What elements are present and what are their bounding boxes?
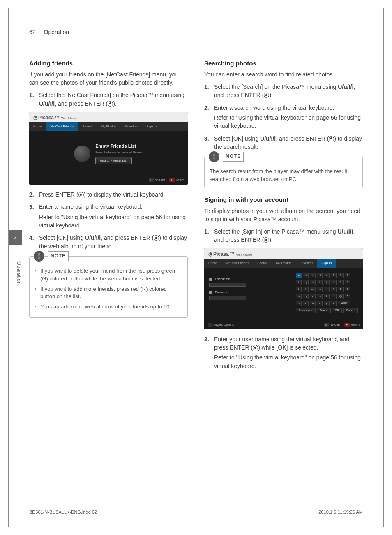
empty-list-subtitle: Press the below button to add friends — [95, 151, 143, 155]
password-input — [209, 296, 246, 300]
nav-symbols: U/u/I/i — [39, 100, 55, 107]
enter-icon — [253, 345, 258, 350]
right-column: Searching photos You can enter a search … — [204, 59, 363, 374]
nav-symbols: U/u/I/i — [337, 228, 353, 235]
searching-intro: You can enter a search word to find rela… — [204, 70, 363, 79]
note-box-search: ! NOTE The search result from the player… — [204, 157, 363, 188]
nav-symbols: U/u/I/i — [260, 135, 276, 142]
footer-timestamp: 2010.1.6 11:19:26 AM — [318, 510, 363, 514]
signin-step-2-sub: Refer to "Using the virtual keyboard" on… — [214, 353, 363, 370]
page-number: 62 — [29, 29, 36, 35]
note-icon: ! — [34, 251, 44, 262]
heading-searching-photos: Searching photos — [204, 59, 363, 68]
password-label: Password — [215, 290, 229, 295]
header-section: Operation — [44, 29, 69, 35]
adding-friends-intro: If you add your friends on the [NetCast … — [29, 70, 188, 87]
note-item-3: You can add more web albums of your frie… — [35, 303, 182, 311]
picasa-tabs: Home NetCast Friends Search My Photos Fa… — [204, 259, 363, 268]
nav-symbols: U/u/I/i — [338, 83, 353, 90]
note-search-text: The search result from the player may di… — [210, 168, 347, 182]
left-column: Adding friends If you add your friends o… — [29, 59, 188, 374]
footer-filename: BD561-N-BUSALLK-ENG.indd 62 — [29, 510, 97, 514]
search-step-1: 1. Select the [Search] on the Picasa™ me… — [204, 83, 363, 100]
nav-symbols: U/u/I/i — [85, 234, 101, 241]
adding-step-2: 2. Press ENTER () to display the virtual… — [29, 190, 188, 199]
signin-intro: To display photos in your web album on t… — [204, 207, 363, 224]
picasa-logo: ◔Picasa™Web Albums — [208, 251, 252, 258]
screenshot-signin: ◔Picasa™Web Albums Home NetCast Friends … — [204, 248, 363, 329]
username-input — [209, 283, 246, 287]
signin-step-2: 2. Enter your user name using the virtua… — [204, 335, 363, 370]
enter-icon — [78, 192, 84, 197]
enter-icon — [264, 237, 269, 243]
username-label: Username — [215, 277, 230, 282]
placeholder-avatar-icon — [74, 146, 90, 162]
enter-icon — [108, 101, 113, 107]
note-icon: ! — [209, 151, 219, 162]
picasa-tabs: Home NetCast Friends Search My Photos Fa… — [29, 122, 188, 131]
screenshot-friends-list: ◔Picasa™Web Albums Home NetCast Friends … — [29, 112, 188, 185]
note-label: NOTE — [223, 152, 244, 161]
adding-step-3-sub: Refer to "Using the virtual keyboard" on… — [39, 213, 188, 230]
lock-icon — [209, 291, 212, 294]
enter-icon — [264, 93, 269, 98]
add-friends-button: Add to Friends List — [95, 157, 132, 164]
adding-step-1: 1. Select the [NetCast Friends] on the P… — [29, 91, 188, 108]
signin-step-1: 1. Select the [Sign In] on the Picasa™ m… — [204, 227, 363, 244]
page-header: 62 Operation — [29, 29, 363, 38]
adding-step-4: 4. Select [OK] using U/u/I/i, and press … — [29, 234, 188, 250]
picasa-logo: ◔Picasa™Web Albums — [33, 114, 77, 121]
search-step-3: 3. Select [OK] using U/u/I/i, and press … — [204, 134, 363, 151]
user-icon — [209, 278, 212, 281]
search-step-2-sub: Refer to "Using the virtual keyboard" on… — [214, 113, 363, 130]
search-step-2: 2. Enter a search word using the virtual… — [204, 104, 363, 130]
enter-icon — [329, 136, 334, 141]
page-footer: BD561-N-BUSALLK-ENG.indd 62 2010.1.6 11:… — [29, 510, 363, 514]
virtual-keyboard: a b c d e 1 2 3 fghij456 — [296, 273, 358, 316]
heading-adding-friends: Adding friends — [29, 59, 188, 68]
heading-signing-in: Signing in with your account — [204, 195, 363, 204]
note-box-friends: ! NOTE If you want to delete your friend… — [29, 256, 188, 318]
empty-list-title: Empty Friends List — [95, 143, 143, 150]
page-body: 62 Operation Adding friends If you add y… — [8, 8, 384, 527]
enter-icon — [154, 235, 159, 241]
note-label: NOTE — [48, 251, 69, 261]
note-item-2: If you want to add more friends, press r… — [35, 285, 182, 301]
adding-step-3: 3. Enter a name using the virtual keyboa… — [29, 203, 188, 229]
note-item-1: If you want to delete your friend from t… — [35, 267, 182, 283]
